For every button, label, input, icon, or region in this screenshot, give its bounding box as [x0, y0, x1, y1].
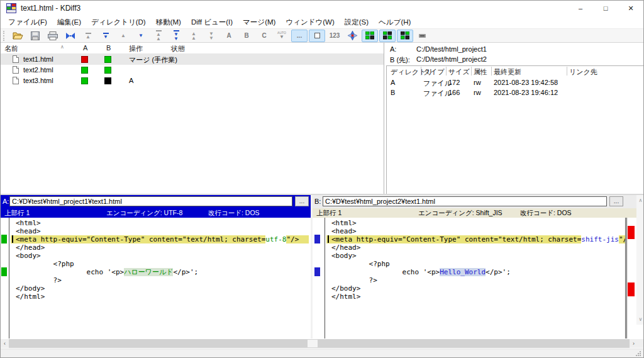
menu-item-directory[interactable]: ディレクトリ(D) — [86, 16, 151, 28]
vertical-scrollbar[interactable]: ∧ ∨ — [636, 195, 644, 325]
text-cursor — [328, 235, 329, 243]
info-column-5[interactable]: リンク先 — [569, 67, 597, 77]
toolbar-handle[interactable] — [3, 31, 6, 41]
pane-b-line-ending: 改行コード: DOS — [520, 209, 572, 218]
goto-next-delta-button[interactable]: ▼ — [133, 30, 149, 42]
show-line-numbers-button[interactable]: 123 — [326, 30, 343, 42]
conflict-block — [628, 226, 635, 239]
info-cell: 172 — [448, 79, 460, 86]
column-operation[interactable]: 操作 — [129, 44, 143, 53]
code-line: <html> — [326, 219, 625, 227]
file-list-panel: 名前 ∧ A B 操作 状態 text1.htmlマージ (手作業)text2.… — [1, 43, 384, 194]
goto-next-unsolved-conflict-icon: ▼▼ — [209, 31, 214, 40]
open-icon — [13, 31, 23, 40]
goto-prev-delta-button[interactable]: ▲ — [115, 30, 131, 42]
pane-b-label: B: — [314, 198, 321, 205]
pane-a-header: A: ... — [1, 195, 311, 208]
menu-item-help[interactable]: ヘルプ(H) — [374, 16, 416, 28]
file-row-text1-html[interactable]: text1.htmlマージ (手作業) — [1, 54, 384, 65]
select-line-b-button[interactable]: B — [238, 30, 255, 42]
show-whitespace-chars-button[interactable] — [309, 30, 325, 42]
scroll-down-icon[interactable]: ∨ — [636, 315, 644, 323]
info-column-3[interactable]: 属性 — [474, 67, 487, 77]
code-line: ?> — [11, 276, 309, 284]
info-column-1[interactable]: タイプ — [423, 67, 445, 77]
pane-b-code-area[interactable]: <html><head><meta http-equiv="Content-Ty… — [313, 218, 644, 338]
show-window-c-button[interactable] — [397, 30, 413, 42]
code-line: </body> — [11, 284, 309, 293]
file-name: text1.html — [23, 55, 53, 63]
info-column-4[interactable]: 最終更新 — [494, 67, 521, 77]
app-icon — [6, 3, 16, 13]
show-window-a-icon — [365, 31, 374, 40]
menu-item-diff-view[interactable]: Diff ビュー(I) — [186, 16, 238, 28]
info-cell: 2021-08-23 19:42:58 — [494, 79, 558, 86]
status-bar — [1, 349, 643, 358]
goto-next-conflict-button[interactable]: ▼▼ — [168, 30, 184, 42]
overview-mode-button[interactable] — [344, 30, 360, 42]
reload-diff-button[interactable] — [62, 30, 79, 42]
info-cell: rw — [474, 89, 481, 96]
code-line: <?php — [326, 260, 625, 268]
diff-overview-column[interactable] — [626, 218, 635, 338]
info-column-2[interactable]: サイズ — [448, 67, 470, 77]
pane-b-browse-button[interactable]: ... — [609, 196, 623, 206]
column-name[interactable]: 名前 — [4, 44, 18, 53]
scroll-left-icon[interactable]: ‹ — [1, 339, 9, 348]
menu-item-file[interactable]: ファイル(F) — [3, 16, 52, 28]
horizontal-scrollbar[interactable]: ‹ › — [1, 339, 638, 348]
show-window-c-icon — [401, 31, 409, 40]
diff-marker — [1, 235, 7, 243]
scroll-right-icon[interactable]: › — [630, 339, 638, 348]
goto-next-unsolved-conflict-button[interactable]: ▼▼ — [203, 30, 219, 42]
goto-next-delta-icon: ▼ — [138, 33, 143, 38]
auto-advance-button[interactable]: AUTO▼ — [274, 30, 290, 42]
file-row-text3-html[interactable]: text3.htmlA — [1, 76, 384, 86]
pane-a-browse-button[interactable]: ... — [295, 196, 309, 206]
show-window-b-button[interactable] — [379, 30, 396, 42]
horizontal-scrollbar-thumb[interactable] — [308, 340, 318, 347]
code-line: <head> — [326, 227, 625, 235]
file-info-table: ディレクトリタイプサイズ属性最終更新リンク先Aファイル172rw2021-08-… — [386, 65, 644, 194]
menu-item-movement[interactable]: 移動(M) — [151, 16, 186, 28]
pane-b-path-input[interactable] — [323, 196, 607, 206]
column-a[interactable]: A — [83, 44, 87, 52]
show-window-a-button[interactable] — [362, 30, 378, 42]
goto-prev-conflict-button[interactable]: ▲▲ — [150, 30, 167, 42]
close-button[interactable]: ✕ — [618, 1, 643, 16]
maximize-button[interactable]: □ — [593, 1, 618, 16]
code-line: <body> — [11, 252, 309, 260]
dir-a-label: A: — [390, 45, 396, 53]
menu-item-merge[interactable]: マージ(M) — [238, 16, 280, 28]
resize-grip[interactable] — [640, 355, 641, 356]
pane-a-code-area[interactable]: <html><head><meta http-equiv="Content-Ty… — [1, 218, 311, 338]
header-separator — [567, 67, 567, 76]
goto-last-delta-button[interactable]: ▼ — [97, 30, 114, 42]
minimize-button[interactable]: – — [568, 1, 593, 16]
show-whitespace-button[interactable]: ... — [291, 30, 308, 42]
menu-item-edit[interactable]: 編集(E) — [52, 16, 86, 28]
column-status[interactable]: 状態 — [171, 44, 185, 53]
info-cell: rw — [474, 79, 481, 86]
print-button[interactable] — [45, 30, 61, 42]
save-button[interactable] — [27, 30, 43, 42]
select-line-a-button[interactable]: A — [221, 30, 237, 42]
kdiff3-window: text1.html - KDiff3 – □ ✕ ファイル(F)編集(E)ディ… — [0, 0, 644, 358]
reload-diff-icon — [65, 32, 75, 40]
toolbar-extra-button[interactable] — [414, 30, 431, 42]
column-b[interactable]: B — [106, 44, 111, 52]
menu-item-settings[interactable]: 設定(S) — [340, 16, 374, 28]
menu-item-window[interactable]: ウィンドウ(W) — [280, 16, 339, 28]
diff-pane-a: A: ... 上部行 1 エンコーディング: UTF-8 改行コード: DOS … — [1, 195, 311, 338]
open-button[interactable] — [9, 30, 26, 42]
goto-first-delta-button[interactable]: ▲ — [80, 30, 96, 42]
pane-a-path-input[interactable] — [9, 196, 292, 206]
goto-prev-unsolved-conflict-icon: ▲▲ — [191, 31, 196, 40]
file-row-text2-html[interactable]: text2.html — [1, 65, 384, 76]
save-icon — [31, 31, 40, 40]
scrollbar-corner — [638, 339, 644, 348]
code-line: <html> — [11, 219, 309, 227]
scroll-up-icon[interactable]: ∧ — [636, 196, 644, 204]
select-line-c-button[interactable]: C — [256, 30, 272, 42]
goto-prev-unsolved-conflict-button[interactable]: ▲▲ — [186, 30, 202, 42]
